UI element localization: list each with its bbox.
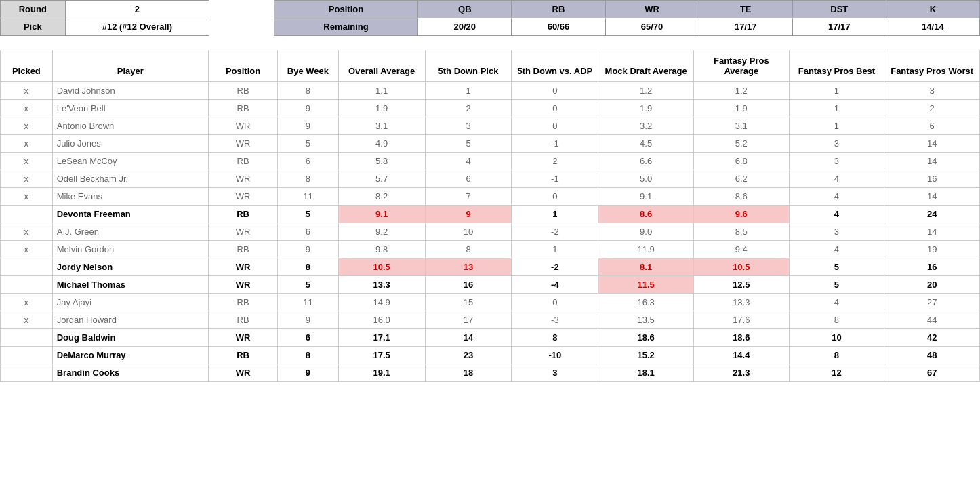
- table-row: xA.J. GreenWR69.210-29.08.5314: [1, 223, 980, 241]
- round-value: 2: [65, 1, 209, 18]
- column-headers: Picked Player Position Bye Week Overall …: [1, 50, 980, 82]
- overall-avg-cell: 1.1: [338, 82, 425, 100]
- fp-worst-cell: 6: [884, 117, 980, 135]
- mock-draft-cell: 13.5: [598, 311, 694, 329]
- col-header-player: Player: [52, 50, 208, 82]
- col-header-picked: Picked: [1, 50, 53, 82]
- position-cell: RB: [208, 153, 277, 170]
- fp-best-cell: 8: [789, 347, 884, 364]
- fp-best-cell: 12: [789, 364, 884, 382]
- fp-worst-cell: 42: [884, 329, 980, 347]
- mock-draft-cell: 1.2: [598, 82, 694, 100]
- mock-draft-cell: 4.5: [598, 135, 694, 153]
- picked-cell: x: [1, 170, 53, 188]
- col-header-position: Position: [208, 50, 277, 82]
- position-cell: WR: [208, 170, 277, 188]
- 5th-down-adp-cell: -3: [512, 311, 598, 329]
- overall-avg-cell: 13.3: [338, 276, 425, 294]
- bye-week-cell: 6: [278, 153, 339, 170]
- bye-week-cell: 8: [278, 347, 339, 364]
- 5th-down-adp-cell: 3: [512, 364, 598, 382]
- fp-worst-cell: 19: [884, 241, 980, 258]
- fp-avg-cell: 6.2: [693, 170, 789, 188]
- qb-header: QB: [418, 1, 512, 18]
- mock-draft-cell: 8.1: [598, 258, 694, 276]
- 5th-down-pick-cell: 18: [425, 364, 512, 382]
- table-row: xAntonio BrownWR93.1303.23.116: [1, 117, 980, 135]
- table-row: xLe'Veon BellRB91.9201.91.912: [1, 100, 980, 117]
- picked-cell: x: [1, 153, 53, 170]
- position-cell: RB: [208, 311, 277, 329]
- table-row: xLeSean McCoyRB65.8426.66.8314: [1, 153, 980, 170]
- table-row: xOdell Beckham Jr.WR85.76-15.06.2416: [1, 170, 980, 188]
- rb-header: RB: [512, 1, 605, 18]
- col-header-5th-down-pick: 5th Down Pick: [425, 50, 512, 82]
- fp-avg-cell: 9.6: [693, 206, 789, 223]
- player-name-cell: Odell Beckham Jr.: [52, 170, 208, 188]
- bye-week-cell: 6: [278, 223, 339, 241]
- col-header-fp-best: Fantasy Pros Best: [789, 50, 884, 82]
- overall-avg-cell: 4.9: [338, 135, 425, 153]
- overall-avg-cell: 14.9: [338, 294, 425, 311]
- player-name-cell: LeSean McCoy: [52, 153, 208, 170]
- fp-best-cell: 10: [789, 329, 884, 347]
- fp-worst-cell: 16: [884, 258, 980, 276]
- player-name-cell: A.J. Green: [52, 223, 208, 241]
- 5th-down-adp-cell: 2: [512, 153, 598, 170]
- pick-value: #12 (#12 Overall): [65, 18, 209, 36]
- fp-avg-cell: 1.2: [693, 82, 789, 100]
- fp-worst-cell: 14: [884, 153, 980, 170]
- mock-draft-cell: 6.6: [598, 153, 694, 170]
- overall-avg-cell: 8.2: [338, 188, 425, 206]
- position-cell: RB: [208, 294, 277, 311]
- table-row: Jordy NelsonWR810.513-28.110.5516: [1, 258, 980, 276]
- bye-week-cell: 5: [278, 135, 339, 153]
- player-name-cell: Doug Baldwin: [52, 329, 208, 347]
- overall-avg-cell: 5.8: [338, 153, 425, 170]
- fp-avg-cell: 9.4: [693, 241, 789, 258]
- table-row: xDavid JohnsonRB81.1101.21.213: [1, 82, 980, 100]
- 5th-down-pick-cell: 10: [425, 223, 512, 241]
- fp-worst-cell: 27: [884, 294, 980, 311]
- dst-remaining: 17/17: [792, 18, 886, 36]
- 5th-down-pick-cell: 14: [425, 329, 512, 347]
- picked-cell: x: [1, 135, 53, 153]
- 5th-down-adp-cell: 0: [512, 100, 598, 117]
- fp-best-cell: 4: [789, 206, 884, 223]
- 5th-down-pick-cell: 7: [425, 188, 512, 206]
- 5th-down-adp-cell: -2: [512, 223, 598, 241]
- picked-cell: [1, 276, 53, 294]
- pick-label: Pick: [1, 18, 66, 36]
- mock-draft-cell: 9.1: [598, 188, 694, 206]
- 5th-down-adp-cell: 0: [512, 82, 598, 100]
- player-name-cell: Melvin Gordon: [52, 241, 208, 258]
- fp-best-cell: 4: [789, 188, 884, 206]
- table-row: Devonta FreemanRB59.1918.69.6424: [1, 206, 980, 223]
- picked-cell: [1, 329, 53, 347]
- 5th-down-pick-cell: 1: [425, 82, 512, 100]
- fp-best-cell: 3: [789, 153, 884, 170]
- te-remaining: 17/17: [699, 18, 792, 36]
- col-header-fp-worst: Fantasy Pros Worst: [884, 50, 980, 82]
- col-header-overall-avg: Overall Average: [338, 50, 425, 82]
- mock-draft-cell: 18.6: [598, 329, 694, 347]
- fp-avg-cell: 5.2: [693, 135, 789, 153]
- fp-avg-cell: 18.6: [693, 329, 789, 347]
- main-table: Picked Player Position Bye Week Overall …: [0, 50, 980, 382]
- remaining-label: Remaining: [274, 18, 418, 36]
- fp-worst-cell: 16: [884, 170, 980, 188]
- player-name-cell: David Johnson: [52, 82, 208, 100]
- fp-best-cell: 1: [789, 82, 884, 100]
- fp-worst-cell: 14: [884, 135, 980, 153]
- fp-avg-cell: 3.1: [693, 117, 789, 135]
- picked-cell: x: [1, 188, 53, 206]
- player-name-cell: Jordy Nelson: [52, 258, 208, 276]
- te-header: TE: [699, 1, 792, 18]
- k-header: K: [886, 1, 979, 18]
- col-header-fp-avg: Fantasy Pros Average: [693, 50, 789, 82]
- header-row-top: Round 2 Position QB RB WR TE DST K: [1, 1, 980, 18]
- position-cell: WR: [208, 276, 277, 294]
- mock-draft-cell: 9.0: [598, 223, 694, 241]
- wr-header: WR: [605, 1, 699, 18]
- overall-avg-cell: 17.5: [338, 347, 425, 364]
